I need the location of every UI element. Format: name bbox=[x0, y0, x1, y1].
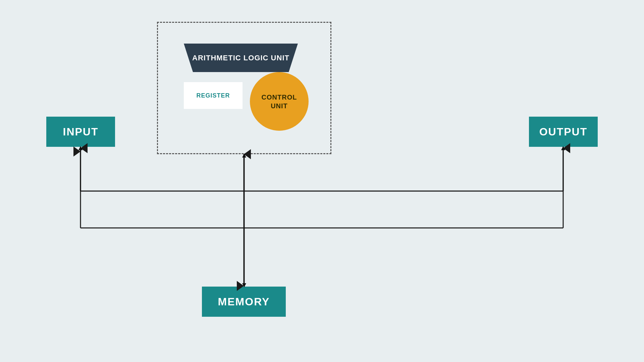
diagram-container: ARITHMETIC LOGIC UNIT REGISTER CONTROLUN… bbox=[0, 0, 644, 362]
register-box: REGISTER bbox=[184, 82, 243, 109]
input-box: INPUT bbox=[46, 117, 115, 147]
alu-box: ARITHMETIC LOGIC UNIT bbox=[184, 44, 298, 72]
input-label: INPUT bbox=[63, 126, 99, 138]
register-label: REGISTER bbox=[196, 92, 230, 99]
memory-label: MEMORY bbox=[218, 296, 270, 308]
output-box: OUTPUT bbox=[529, 117, 598, 147]
control-unit-circle: CONTROLUNIT bbox=[250, 72, 309, 131]
control-unit-label: CONTROLUNIT bbox=[262, 93, 297, 110]
alu-label: ARITHMETIC LOGIC UNIT bbox=[192, 54, 289, 62]
output-label: OUTPUT bbox=[539, 126, 588, 138]
memory-box: MEMORY bbox=[202, 287, 286, 317]
